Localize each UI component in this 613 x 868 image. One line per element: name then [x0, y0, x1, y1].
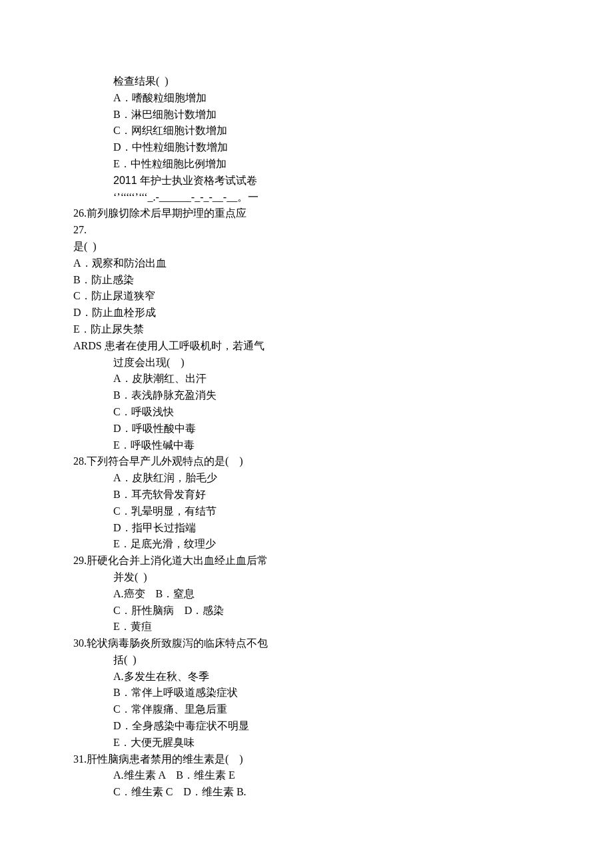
q28-option-c: C．乳晕明显，有结节 [73, 503, 540, 520]
q31-options-row2: C．维生素 C D．维生素 B. [73, 784, 540, 801]
q26-option-a: A．观察和防治出血 [73, 255, 540, 272]
q29-stem-line1: 29.肝硬化合并上消化道大出血经止血后常 [73, 553, 540, 569]
q29-options-row1: A.癌变 B．窒息 [73, 586, 540, 603]
q30-option-c: C．常伴腹痛、里急后重 [73, 701, 540, 718]
q26-option-d: D．防止血栓形成 [73, 305, 540, 321]
q28-option-a: A．皮肤红润，胎毛少 [73, 470, 540, 487]
fragment-option-c: C．网织红细胞计数增加 [73, 123, 540, 139]
q30-option-d: D．全身感染中毒症状不明显 [73, 718, 540, 735]
fragment-option-d: D．中性粒细胞计数增加 [73, 139, 540, 156]
q28-option-b: B．耳壳软骨发育好 [73, 487, 540, 503]
q26-stem-line2: 是( ) [73, 239, 540, 255]
q31-options-row1: A.维生素 A B．维生素 E [73, 767, 540, 784]
ards-stem-line1: ARDS 患者在使用人工呼吸机时，若通气 [73, 338, 540, 355]
q30-stem-line1: 30.轮状病毒肠炎所致腹泻的临床特点不包 [73, 635, 540, 652]
q28-option-e: E．足底光滑，纹理少 [73, 536, 540, 553]
q27-number: 27. [73, 222, 540, 239]
q28-stem: 28.下列符合早产儿外观特点的是( ) [73, 453, 540, 470]
decor-line: ‘’‘‘‘‘‘’‘‘‘_.-______-_-_-__-__。一 [73, 189, 540, 206]
exam-banner: 2011 年护士执业资格考试试卷 [73, 173, 540, 189]
q29-stem-line2: 并发( ) [73, 569, 540, 586]
ards-option-a: A．皮肤潮红、出汗 [73, 371, 540, 387]
ards-option-d: D．呼吸性酸中毒 [73, 421, 540, 437]
q30-stem-line2: 括( ) [73, 652, 540, 669]
fragment-stem-tail: 检查结果( ) [73, 73, 540, 90]
ards-stem-line2: 过度会出现( ) [73, 355, 540, 371]
q26-option-b: B．防止感染 [73, 272, 540, 289]
q26-option-e: E．防止尿失禁 [73, 321, 540, 338]
q30-option-b: B．常伴上呼吸道感染症状 [73, 685, 540, 701]
ards-option-b: B．表浅静脉充盈消失 [73, 387, 540, 404]
q29-options-row2: C．肝性脑病 D．感染 [73, 603, 540, 619]
q29-options-row3: E．黄疸 [73, 619, 540, 635]
fragment-option-b: B．淋巴细胞计数增加 [73, 107, 540, 123]
q31-stem: 31.肝性脑病患者禁用的维生素是( ) [73, 751, 540, 768]
ards-option-e: E．呼吸性碱中毒 [73, 437, 540, 454]
q30-option-e: E．大便无腥臭味 [73, 735, 540, 751]
fragment-option-e: E．中性粒细胞比例增加 [73, 156, 540, 173]
q26-stem-line1: 26.前列腺切除术后早期护理的重点应 [73, 205, 540, 222]
fragment-option-a: A．嗜酸粒细胞增加 [73, 90, 540, 107]
q30-option-a: A.多发生在秋、冬季 [73, 669, 540, 685]
ards-option-c: C．呼吸浅快 [73, 404, 540, 421]
q26-option-c: C．防止尿道狭窄 [73, 288, 540, 305]
q28-option-d: D．指甲长过指端 [73, 520, 540, 537]
exam-page: 检查结果( ) A．嗜酸粒细胞增加 B．淋巴细胞计数增加 C．网织红细胞计数增加… [0, 0, 540, 801]
